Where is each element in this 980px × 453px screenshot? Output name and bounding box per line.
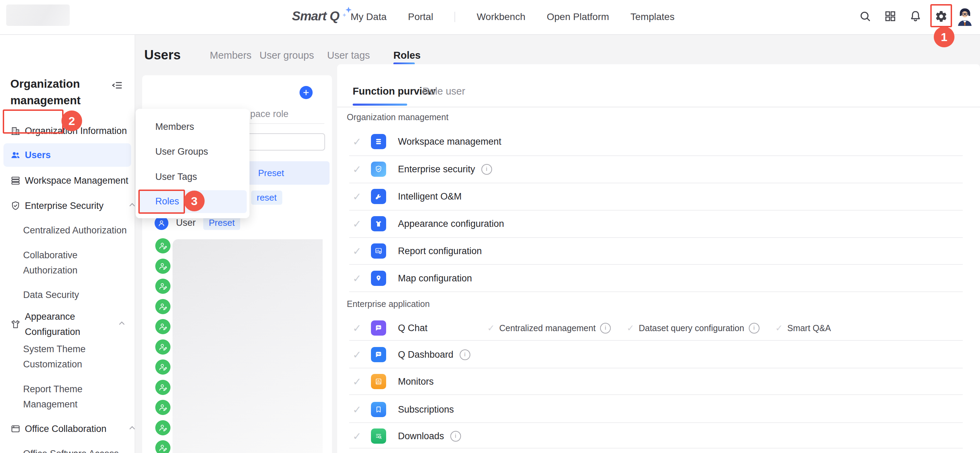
apps-grid-icon[interactable] bbox=[883, 9, 898, 24]
sidebar-item-office-software-access[interactable]: Office Software Access bbox=[23, 446, 119, 453]
enterprise-security-icon bbox=[371, 161, 386, 177]
user-edit-icon[interactable] bbox=[155, 380, 170, 395]
check-icon bbox=[775, 323, 783, 333]
user-edit-icon[interactable] bbox=[155, 340, 170, 355]
app-window: Smart Q My Data Portal Workbench Open Pl… bbox=[0, 0, 980, 453]
info-icon[interactable] bbox=[450, 431, 461, 442]
add-role-button[interactable] bbox=[299, 86, 313, 99]
shield-icon bbox=[10, 201, 21, 211]
sidebar-item-workspace-management[interactable]: Workspace Management bbox=[10, 174, 128, 187]
row-divider bbox=[349, 340, 963, 341]
row-divider bbox=[349, 368, 963, 368]
check-icon bbox=[353, 163, 361, 175]
collapse-sidebar-icon[interactable] bbox=[111, 80, 123, 93]
redacted-role-names bbox=[173, 239, 323, 453]
nav-templates[interactable]: Templates bbox=[630, 11, 675, 22]
sidebar-item-label: Users bbox=[25, 150, 51, 161]
smartq-logo: Smart Q bbox=[292, 9, 339, 24]
purview-row-label: Downloads bbox=[398, 431, 444, 442]
sidebar-item-appearance-configuration[interactable]: Appearance Configuration bbox=[10, 309, 102, 340]
monitors-icon bbox=[371, 374, 386, 389]
info-icon[interactable] bbox=[749, 323, 759, 333]
check-icon bbox=[353, 218, 361, 230]
sidebar-item-system-theme-customization[interactable]: System Theme Customization bbox=[23, 341, 101, 372]
purview-row-label: Q Dashboard bbox=[398, 349, 453, 360]
purview-row-downloads: Downloads bbox=[353, 429, 461, 444]
tab-roles[interactable]: Roles bbox=[393, 50, 421, 61]
chevron-up-icon[interactable] bbox=[128, 423, 137, 435]
sidebar-item-users[interactable]: Users bbox=[10, 148, 51, 161]
nav-open-platform[interactable]: Open Platform bbox=[547, 11, 609, 22]
sidebar-item-centralized-authorization[interactable]: Centralized Authorization bbox=[23, 223, 127, 238]
purview-tabs-divider bbox=[337, 107, 980, 107]
chevron-up-icon[interactable] bbox=[117, 319, 126, 330]
tab-role-user[interactable]: Role user bbox=[422, 86, 465, 97]
purview-row-appearance-configuration: Appearance configuration bbox=[353, 216, 504, 231]
sidebar-item-label: Appearance Configuration bbox=[25, 309, 102, 340]
user-edit-icon[interactable] bbox=[155, 420, 170, 435]
subscriptions-icon bbox=[371, 402, 386, 417]
user-edit-icon[interactable] bbox=[155, 440, 170, 453]
sub-permission-label: Dataset query configuration bbox=[639, 323, 744, 333]
sidebar-item-enterprise-security[interactable]: Enterprise Security bbox=[10, 199, 103, 212]
annotation-box-1 bbox=[930, 4, 952, 27]
role-group-label-partial: pace role bbox=[250, 109, 288, 120]
purview-row-label: Report configuration bbox=[398, 246, 482, 257]
menu-item-user-tags[interactable]: User Tags bbox=[155, 172, 197, 182]
workspace-management-icon bbox=[371, 134, 386, 149]
user-edit-icon[interactable] bbox=[155, 359, 170, 375]
user-edit-icon[interactable] bbox=[155, 299, 170, 314]
preset-tag-partial: reset bbox=[251, 191, 282, 205]
sub-permission-label: Centralized management bbox=[499, 323, 596, 333]
sub-permission-smart-qa: Smart Q&A bbox=[775, 323, 831, 333]
sidebar-item-office-collaboration[interactable]: Office Collaboration bbox=[10, 422, 107, 435]
user-edit-icon[interactable] bbox=[155, 238, 170, 254]
user-edit-icon[interactable] bbox=[155, 279, 170, 294]
check-icon bbox=[487, 323, 495, 333]
user-edit-icon[interactable] bbox=[155, 319, 170, 334]
search-icon[interactable] bbox=[858, 9, 873, 24]
purview-tab-underline bbox=[353, 104, 407, 106]
info-icon[interactable] bbox=[481, 164, 492, 175]
nav-workbench[interactable]: Workbench bbox=[477, 11, 525, 22]
check-icon bbox=[353, 136, 361, 148]
notifications-bell-icon[interactable] bbox=[908, 9, 923, 24]
user-edit-icon[interactable] bbox=[155, 258, 170, 274]
appearance-configuration-icon bbox=[371, 216, 386, 231]
annotation-step-3: 3 bbox=[184, 191, 205, 211]
sidebar-item-collaborative-authorization[interactable]: Collaborative Authorization bbox=[23, 247, 101, 278]
tab-user-tags[interactable]: User tags bbox=[327, 50, 370, 61]
row-divider bbox=[349, 237, 963, 238]
sidebar-item-report-theme-management[interactable]: Report Theme Management bbox=[23, 381, 101, 412]
annotation-step-2: 2 bbox=[61, 110, 82, 131]
intelligent-om-icon bbox=[371, 189, 386, 204]
user-avatar[interactable] bbox=[955, 6, 975, 27]
row-divider bbox=[349, 183, 963, 183]
card-icon bbox=[10, 424, 21, 434]
preset-label: Preset bbox=[258, 168, 284, 179]
check-icon bbox=[353, 349, 361, 361]
row-divider bbox=[349, 210, 963, 211]
tshirt-icon bbox=[10, 319, 21, 329]
purview-row-label: Map configuration bbox=[398, 273, 472, 284]
nav-my-data[interactable]: My Data bbox=[351, 11, 387, 22]
menu-item-members[interactable]: Members bbox=[155, 121, 194, 132]
menu-item-user-groups[interactable]: User Groups bbox=[155, 147, 208, 157]
company-logo bbox=[6, 5, 70, 26]
info-icon[interactable] bbox=[460, 349, 470, 360]
check-icon bbox=[353, 191, 361, 203]
info-icon[interactable] bbox=[600, 323, 611, 333]
purview-row-label: Workspace management bbox=[398, 136, 501, 147]
sub-permission-centralized-management: Centralized management bbox=[487, 323, 611, 333]
tab-user-groups[interactable]: User groups bbox=[259, 50, 314, 61]
main-menu: My Data Portal Workbench Open Platform T… bbox=[351, 0, 675, 33]
check-icon bbox=[353, 404, 361, 416]
logo-sparkles-icon bbox=[341, 6, 355, 20]
sidebar-item-label: Office Collaboration bbox=[25, 424, 107, 434]
tab-members[interactable]: Members bbox=[210, 50, 251, 61]
nav-portal[interactable]: Portal bbox=[408, 11, 433, 22]
annotation-box-2 bbox=[3, 110, 64, 134]
row-divider bbox=[349, 264, 963, 265]
sidebar-item-data-security[interactable]: Data Security bbox=[23, 287, 79, 303]
user-edit-icon[interactable] bbox=[155, 400, 170, 415]
